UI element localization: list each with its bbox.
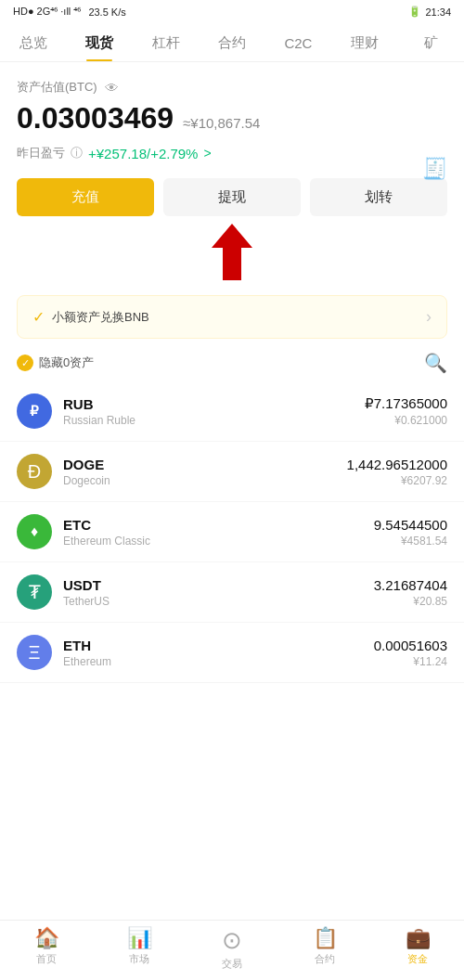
eth-amount: 0.00051603 — [374, 638, 447, 653]
etc-cny: ¥4581.54 — [374, 535, 447, 548]
status-bar: HD● 2G⁴⁶ ·ıll ⁴⁶ 23.5 K/s 🔋 21:34 — [0, 0, 464, 23]
annotation-arrow — [0, 222, 464, 282]
receipt-icon-container: 🧾 — [422, 157, 447, 181]
etc-info: ETC Ethereum Classic — [63, 517, 374, 548]
doge-value: 1,442.96512000 ¥6207.92 — [347, 457, 447, 487]
nav-market[interactable]: 📊 市场 — [93, 926, 186, 971]
usdt-info: USDT TetherUS — [63, 577, 374, 608]
usdt-name: TetherUS — [63, 595, 374, 608]
hide-zero-row[interactable]: ✓ 隐藏0资产 — [17, 355, 94, 371]
bnb-banner[interactable]: ✓ 小额资产兑换BNB › — [17, 295, 447, 339]
contract-icon: 📋 — [313, 926, 338, 950]
tab-c2c[interactable]: C2C — [265, 28, 331, 60]
asset-label-row: 资产估值(BTC) 👁 — [17, 79, 447, 96]
deposit-button[interactable]: 充值 — [17, 178, 154, 216]
cny-approx: ≈¥10,867.54 — [183, 115, 260, 131]
usdt-amount: 3.21687404 — [374, 577, 447, 593]
market-label: 市场 — [129, 952, 149, 966]
nav-home[interactable]: 🏠 首页 — [0, 926, 93, 971]
asset-list-header: ✓ 隐藏0资产 🔍 — [0, 339, 464, 381]
svg-marker-0 — [212, 224, 252, 280]
doge-symbol: DOGE — [63, 457, 347, 472]
market-icon: 📊 — [127, 926, 152, 950]
check-circle-icon: ✓ — [17, 355, 33, 371]
rub-info: RUB Russian Ruble — [63, 396, 365, 427]
doge-amount: 1,442.96512000 — [347, 457, 447, 472]
tab-leverage[interactable]: 杠杆 — [133, 27, 199, 61]
assets-icon: 💼 — [406, 926, 431, 950]
portfolio-section: 资产估值(BTC) 👁 0.03003469 ≈¥10,867.54 昨日盈亏 … — [0, 62, 464, 216]
home-label: 首页 — [36, 952, 57, 966]
eth-symbol: ETH — [63, 638, 374, 653]
rub-value: ₽7.17365000 ¥0.621000 — [365, 395, 447, 427]
nav-tabs: 总览 现货 杠杆 合约 C2C 理财 矿 — [0, 23, 464, 62]
carrier-info: HD● 2G⁴⁶ ·ıll ⁴⁶ — [13, 6, 81, 18]
rub-name: Russian Ruble — [63, 414, 365, 427]
eth-info: ETH Ethereum — [63, 638, 374, 668]
bottom-nav: 🏠 首页 📊 市场 ⊙ 交易 📋 合约 💼 资金 — [0, 920, 464, 980]
eth-cny: ¥11.24 — [374, 655, 447, 668]
btc-value-row: 0.03003469 ≈¥10,867.54 — [17, 101, 447, 139]
eth-icon: Ξ — [17, 635, 52, 670]
tab-mine[interactable]: 矿 — [398, 27, 464, 61]
usdt-value: 3.21687404 ¥20.85 — [374, 577, 447, 608]
network-speed: 23.5 K/s — [88, 6, 125, 18]
rub-icon: ₽ — [17, 393, 52, 429]
asset-item-doge[interactable]: Ð DOGE Dogecoin 1,442.96512000 ¥6207.92 — [0, 442, 464, 502]
asset-item-rub[interactable]: ₽ RUB Russian Ruble ₽7.17365000 ¥0.62100… — [0, 381, 464, 442]
tab-finance[interactable]: 理财 — [331, 27, 397, 61]
bnb-chevron-right-icon: › — [426, 307, 432, 327]
action-row: 充值 提现 划转 — [17, 178, 447, 216]
usdt-icon: ₮ — [17, 574, 52, 610]
etc-icon: ♦ — [17, 514, 52, 549]
trade-icon: ⊙ — [222, 926, 242, 955]
profit-arrow[interactable]: > — [203, 146, 211, 161]
bnb-check-icon: ✓ — [32, 308, 45, 326]
rub-symbol: RUB — [63, 396, 365, 412]
bnb-text: 小额资产兑换BNB — [52, 309, 149, 326]
receipt-icon[interactable]: 🧾 — [422, 157, 447, 180]
search-icon[interactable]: 🔍 — [424, 352, 447, 374]
contract-label: 合约 — [315, 952, 335, 966]
asset-item-usdt[interactable]: ₮ USDT TetherUS 3.21687404 ¥20.85 — [0, 562, 464, 623]
etc-amount: 9.54544500 — [374, 517, 447, 533]
profit-row: 昨日盈亏 ⓘ +¥257.18/+2.79% > — [17, 145, 447, 161]
eye-icon[interactable]: 👁 — [105, 80, 119, 96]
asset-item-eth[interactable]: Ξ ETH Ethereum 0.00051603 ¥11.24 — [0, 623, 464, 683]
doge-icon: Ð — [17, 454, 52, 489]
home-icon: 🏠 — [34, 926, 59, 950]
etc-value: 9.54544500 ¥4581.54 — [374, 517, 447, 548]
bnb-left: ✓ 小额资产兑换BNB — [32, 308, 149, 326]
hide-zero-label: 隐藏0资产 — [39, 355, 94, 371]
doge-info: DOGE Dogecoin — [63, 457, 347, 487]
page-spacer — [0, 683, 464, 748]
battery-icon: 🔋 — [408, 6, 421, 18]
asset-item-etc[interactable]: ♦ ETC Ethereum Classic 9.54544500 ¥4581.… — [0, 502, 464, 562]
status-right: 🔋 21:34 — [408, 6, 451, 18]
assets-label: 资金 — [407, 952, 428, 966]
time: 21:34 — [425, 6, 451, 18]
status-left: HD● 2G⁴⁶ ·ıll ⁴⁶ 23.5 K/s — [13, 6, 126, 18]
tab-contract[interactable]: 合约 — [199, 27, 264, 61]
trade-label: 交易 — [222, 957, 242, 971]
nav-assets[interactable]: 💼 资金 — [371, 926, 464, 971]
rub-amount: ₽7.17365000 — [365, 395, 447, 412]
transfer-button[interactable]: 划转 — [310, 178, 447, 216]
btc-value: 0.03003469 — [17, 101, 174, 135]
usdt-symbol: USDT — [63, 577, 374, 593]
rub-cny: ¥0.621000 — [365, 414, 447, 427]
asset-list: ₽ RUB Russian Ruble ₽7.17365000 ¥0.62100… — [0, 381, 464, 683]
profit-value: +¥257.18/+2.79% — [88, 146, 198, 161]
tab-overview[interactable]: 总览 — [0, 27, 66, 61]
withdraw-button[interactable]: 提现 — [163, 178, 301, 216]
nav-trade[interactable]: ⊙ 交易 — [186, 926, 278, 971]
profit-label: 昨日盈亏 — [17, 145, 65, 161]
etc-name: Ethereum Classic — [63, 535, 374, 548]
eth-name: Ethereum — [63, 655, 374, 668]
info-icon[interactable]: ⓘ — [71, 145, 83, 161]
eth-value: 0.00051603 ¥11.24 — [374, 638, 447, 668]
tab-spot[interactable]: 现货 — [66, 27, 132, 61]
etc-symbol: ETC — [63, 517, 374, 533]
nav-contract[interactable]: 📋 合约 — [278, 926, 371, 971]
doge-cny: ¥6207.92 — [347, 474, 447, 487]
